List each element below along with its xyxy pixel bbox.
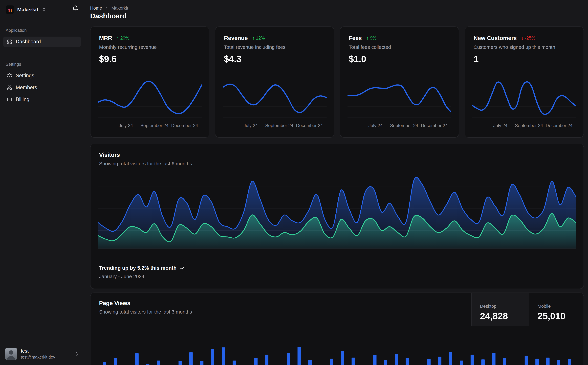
kpi-sparkline-chart (347, 76, 451, 119)
chevrons-up-down-icon (42, 7, 47, 12)
breadcrumb-current: Makerkit (111, 6, 128, 11)
logo-letter: m (7, 7, 12, 12)
kpi-delta-badge: ↑12% (252, 35, 265, 41)
sidebar-item-billing[interactable]: Billing (3, 94, 81, 105)
arrow-up-icon: ↑ (366, 35, 369, 41)
sidebar-nav: ApplicationDashboardSettingsSettingsMemb… (3, 28, 81, 106)
kpi-x-axis: July 24September 24December 24 (223, 123, 327, 130)
breadcrumb-home[interactable]: Home (90, 6, 102, 11)
stat-label: Mobile (538, 304, 583, 309)
page-views-bar-chart (99, 330, 575, 365)
kpi-delta-value: -25% (525, 35, 535, 41)
sidebar-item-label: Members (16, 84, 37, 91)
workspace-name: Makerkit (17, 7, 38, 13)
avatar (5, 348, 17, 360)
user-email: test@makerkit.dev (21, 355, 71, 359)
chevrons-up-down-icon (74, 351, 79, 356)
stat-label: Desktop (480, 304, 529, 309)
sidebar-item-settings[interactable]: Settings (3, 70, 81, 81)
kpi-sparkline-chart (472, 76, 576, 119)
arrow-up-icon: ↑ (117, 35, 119, 41)
arrow-down-icon: ↓ (521, 35, 524, 41)
breadcrumb: Home Makerkit (90, 6, 128, 11)
dashboard-icon (7, 39, 12, 44)
sidebar-item-label: Settings (16, 73, 34, 79)
stat-value: 25,010 (538, 311, 583, 321)
kpi-title: MRR (99, 35, 112, 41)
notifications-button[interactable] (72, 5, 78, 12)
kpi-card-fees: Fees↑9%Total fees collected$1.0July 24Se… (340, 27, 459, 138)
x-tick-label: December 24 (421, 123, 448, 128)
sidebar-item-members[interactable]: Members (3, 82, 81, 93)
kpi-x-axis: July 24September 24December 24 (98, 123, 202, 130)
sidebar-item-label: Billing (16, 97, 29, 102)
x-tick-label: December 24 (546, 123, 573, 128)
sidebar: m Makerkit ApplicationDashboardSettingsS… (0, 0, 84, 365)
x-tick-label: December 24 (296, 123, 323, 128)
x-tick-label: September 24 (390, 123, 418, 128)
workspace-switcher[interactable]: m Makerkit (6, 6, 47, 14)
x-tick-label: December 24 (171, 123, 198, 128)
page-views-title: Page Views (99, 300, 192, 306)
nav-section-label: Application (6, 28, 81, 33)
kpi-sparkline-chart (98, 76, 202, 119)
chevron-right-icon (105, 6, 109, 10)
stat-value: 24,828 (480, 311, 529, 321)
kpi-subtitle: Total revenue including fees (224, 44, 325, 50)
trending-up-icon (179, 265, 184, 271)
x-tick-label: July 24 (493, 123, 507, 128)
visitors-subtitle: Showing total visitors for the last 6 mo… (99, 161, 575, 167)
makerkit-logo: m (6, 6, 14, 14)
page-views-subtitle: Showing total visitors for the last 3 mo… (99, 309, 192, 315)
kpi-delta-badge: ↓-25% (521, 35, 535, 41)
billing-icon (7, 97, 12, 102)
visitors-trend-text: Trending up by 5.2% this month (99, 265, 176, 271)
visitors-range-text: January - June 2024 (99, 274, 184, 279)
page-views-card: Page Views Showing total visitors for th… (90, 293, 584, 365)
kpi-card-mrr: MRR↑20%Monthly recurring revenue$9.6July… (90, 27, 209, 138)
x-tick-label: September 24 (265, 123, 293, 128)
sidebar-item-dashboard[interactable]: Dashboard (3, 36, 81, 47)
kpi-card-revenue: Revenue↑12%Total revenue including fees$… (215, 27, 334, 138)
kpi-card-new-customers: New Customers↓-25%Customers who signed u… (465, 27, 584, 138)
kpi-title: Fees (349, 35, 362, 41)
kpi-value: $9.6 (99, 54, 201, 64)
kpi-delta-badge: ↑9% (366, 35, 376, 41)
page-views-stat-mobile[interactable]: Mobile25,010 (529, 293, 583, 326)
x-tick-label: July 24 (119, 123, 133, 128)
kpi-value: $4.3 (224, 54, 325, 64)
kpi-title: New Customers (474, 35, 517, 41)
kpi-value: 1 (474, 54, 575, 64)
kpi-grid: MRR↑20%Monthly recurring revenue$9.6July… (90, 27, 584, 138)
kpi-value: $1.0 (349, 54, 450, 64)
members-icon (7, 85, 12, 90)
main-content: Home Makerkit Dashboard MRR↑20%Monthly r… (90, 0, 584, 365)
user-menu[interactable]: test test@makerkit.dev (3, 345, 81, 363)
nav-section-label: Settings (6, 62, 81, 67)
arrow-up-icon: ↑ (252, 35, 255, 41)
kpi-title: Revenue (224, 35, 248, 41)
visitors-area-chart (98, 172, 576, 249)
kpi-delta-badge: ↑20% (117, 35, 129, 41)
visitors-title: Visitors (99, 152, 575, 158)
kpi-subtitle: Total fees collected (349, 44, 450, 50)
kpi-subtitle: Customers who signed up this month (474, 44, 575, 50)
kpi-sparkline-chart (223, 76, 327, 119)
page-title: Dashboard (90, 12, 126, 20)
kpi-x-axis: July 24September 24December 24 (347, 123, 451, 130)
visitors-card: Visitors Showing total visitors for the … (90, 144, 584, 289)
page-views-toggle: Desktop24,828Mobile25,010 (471, 293, 583, 326)
bell-icon (72, 5, 78, 12)
x-tick-label: July 24 (368, 123, 383, 128)
kpi-delta-value: 20% (120, 35, 129, 41)
x-tick-label: September 24 (140, 123, 169, 128)
kpi-subtitle: Monthly recurring revenue (99, 44, 201, 50)
kpi-delta-value: 9% (370, 35, 376, 41)
x-tick-label: September 24 (515, 123, 543, 128)
kpi-x-axis: July 24September 24December 24 (472, 123, 576, 130)
x-tick-label: July 24 (244, 123, 258, 128)
page-views-stat-desktop[interactable]: Desktop24,828 (471, 293, 529, 326)
user-name: test (21, 348, 71, 354)
settings-icon (7, 73, 12, 78)
kpi-delta-value: 12% (256, 35, 265, 41)
